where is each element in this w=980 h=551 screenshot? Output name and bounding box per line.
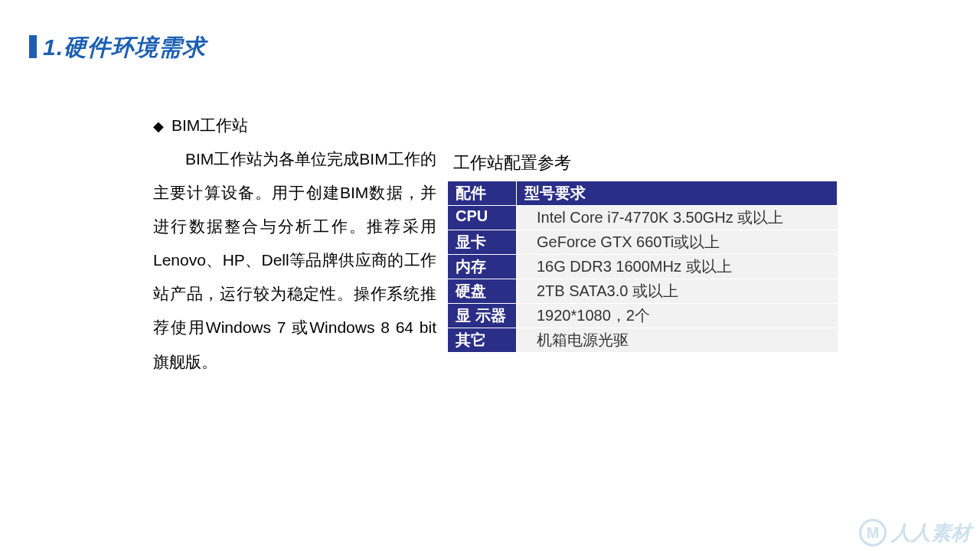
- row-label: CPU: [448, 206, 517, 230]
- title-bar-icon: [29, 35, 37, 58]
- row-value: 2TB SATA3.0 或以上: [517, 279, 838, 304]
- table-title: 工作站配置参考: [447, 152, 838, 174]
- row-value: 机箱电源光驱: [517, 328, 838, 353]
- row-value: GeForce GTX 660Ti或以上: [517, 230, 838, 255]
- spec-table: 配件 型号要求 CPU Intel Core i7-4770K 3.50GHz …: [447, 181, 838, 353]
- table-row: CPU Intel Core i7-4770K 3.50GHz 或以上: [448, 206, 838, 230]
- diamond-icon: ◆: [153, 119, 164, 134]
- content-block: ◆BIM工作站 BIM工作站为各单位完成BIM工作的主要计算设备。用于创建BIM…: [153, 115, 436, 379]
- table-head-requirement: 型号要求: [517, 181, 838, 206]
- spec-table-wrap: 工作站配置参考 配件 型号要求 CPU Intel Core i7-4770K …: [447, 152, 838, 353]
- body-paragraph: BIM工作站为各单位完成BIM工作的主要计算设备。用于创建BIM数据，并进行数据…: [153, 142, 436, 379]
- table-row: 硬盘 2TB SATA3.0 或以上: [448, 279, 838, 304]
- section-title: 1.硬件环境需求: [29, 32, 206, 64]
- row-label: 其它: [448, 328, 517, 353]
- row-label: 硬盘: [448, 279, 517, 304]
- title-text: 1.硬件环境需求: [43, 34, 206, 60]
- row-value: 1920*1080，2个: [517, 304, 838, 328]
- row-label: 显卡: [448, 230, 517, 255]
- table-head-component: 配件: [448, 181, 517, 206]
- watermark-text: 人人素材: [891, 520, 971, 546]
- watermark-logo-icon: M: [859, 519, 887, 546]
- table-row: 其它 机箱电源光驱: [448, 328, 838, 353]
- table-row: 显 示器 1920*1080，2个: [448, 304, 838, 328]
- row-label: 显 示器: [448, 304, 517, 328]
- table-row: 内存 16G DDR3 1600MHz 或以上: [448, 255, 838, 279]
- row-value: Intel Core i7-4770K 3.50GHz 或以上: [517, 206, 838, 230]
- table-row: 显卡 GeForce GTX 660Ti或以上: [448, 230, 838, 255]
- bullet-heading-text: BIM工作站: [172, 116, 248, 134]
- row-value: 16G DDR3 1600MHz 或以上: [517, 255, 838, 279]
- bullet-heading: ◆BIM工作站: [153, 115, 436, 136]
- table-head-row: 配件 型号要求: [448, 181, 838, 206]
- row-label: 内存: [448, 255, 517, 279]
- watermark: M 人人素材: [859, 519, 971, 546]
